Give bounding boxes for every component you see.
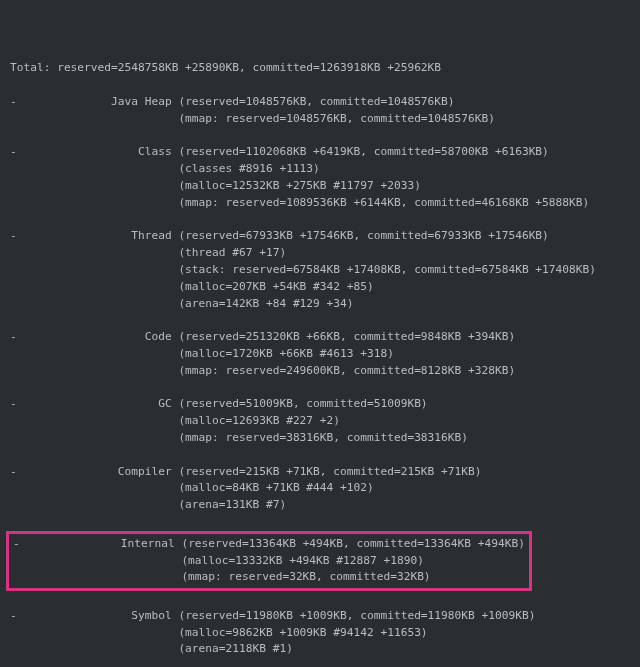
section-header: - Java Heap (reserved=1048576KB, committ… <box>10 94 630 111</box>
section-detail: (mmap: reserved=1089536KB +6144KB, commi… <box>10 195 630 212</box>
section-summary: (reserved=1102068KB +6419KB, committed=5… <box>172 145 549 158</box>
blank-line <box>10 212 630 229</box>
section-detail: (malloc=1720KB +66KB #4613 +318) <box>10 346 630 363</box>
detail-text: (malloc=9862KB +1009KB #94142 +11653) <box>10 626 428 639</box>
section-detail: (malloc=12532KB +275KB #11797 +2033) <box>10 178 630 195</box>
section-summary: (reserved=1048576KB, committed=1048576KB… <box>172 95 455 108</box>
section-label: - Compiler <box>10 465 172 478</box>
section-header: - Class (reserved=1102068KB +6419KB, com… <box>10 144 630 161</box>
section-summary: (reserved=51009KB, committed=51009KB) <box>172 397 428 410</box>
section-detail: (arena=131KB #7) <box>10 497 630 514</box>
nmt-output: Total: reserved=2548758KB +25890KB, comm… <box>10 60 630 667</box>
detail-text: (malloc=13332KB +494KB #12887 +1890) <box>13 554 424 567</box>
section-summary: (reserved=11980KB +1009KB, committed=119… <box>172 609 536 622</box>
section-label: - GC <box>10 397 172 410</box>
blank <box>10 515 17 528</box>
section-detail: (arena=142KB +84 #129 +34) <box>10 296 630 313</box>
detail-text: (mmap: reserved=249600KB, committed=8128… <box>10 364 515 377</box>
detail-text: (mmap: reserved=32KB, committed=32KB) <box>13 570 431 583</box>
section-detail: (malloc=207KB +54KB #342 +85) <box>10 279 630 296</box>
detail-text: (classes #8916 +1113) <box>10 162 320 175</box>
blank-line <box>10 658 630 667</box>
blank-line <box>10 128 630 145</box>
blank <box>10 78 17 91</box>
highlight-box: - Internal (reserved=13364KB +494KB, com… <box>6 531 532 591</box>
detail-text: (malloc=12532KB +275KB #11797 +2033) <box>10 179 421 192</box>
detail-text: (mmap: reserved=1089536KB +6144KB, commi… <box>10 196 589 209</box>
blank-line <box>10 312 630 329</box>
section-detail: (malloc=12693KB #227 +2) <box>10 413 630 430</box>
detail-text: (stack: reserved=67584KB +17408KB, commi… <box>10 263 596 276</box>
blank <box>10 448 17 461</box>
section-header: - GC (reserved=51009KB, committed=51009K… <box>10 396 630 413</box>
detail-text: (mmap: reserved=38316KB, committed=38316… <box>10 431 468 444</box>
section-detail: (thread #67 +17) <box>10 245 630 262</box>
section-detail: (mmap: reserved=1048576KB, committed=104… <box>10 111 630 128</box>
blank-line <box>10 514 630 531</box>
blank-line <box>10 447 630 464</box>
section-detail: (mmap: reserved=249600KB, committed=8128… <box>10 363 630 380</box>
blank-line <box>10 77 630 94</box>
blank-line <box>10 591 630 608</box>
blank-line <box>10 380 630 397</box>
detail-text: (malloc=1720KB +66KB #4613 +318) <box>10 347 394 360</box>
blank <box>10 129 17 142</box>
blank <box>10 592 17 605</box>
section-summary: (reserved=13364KB +494KB, committed=1336… <box>175 537 525 550</box>
section-detail: (malloc=9862KB +1009KB #94142 +11653) <box>10 625 630 642</box>
section-detail: (malloc=13332KB +494KB #12887 +1890) <box>13 553 525 570</box>
section-summary: (reserved=251320KB +66KB, committed=9848… <box>172 330 516 343</box>
section-label: - Internal <box>13 537 175 550</box>
detail-text: (arena=142KB +84 #129 +34) <box>10 297 354 310</box>
detail-text: (malloc=207KB +54KB #342 +85) <box>10 280 374 293</box>
section-summary: (reserved=215KB +71KB, committed=215KB +… <box>172 465 482 478</box>
section-header: - Internal (reserved=13364KB +494KB, com… <box>13 536 525 553</box>
section-detail: (mmap: reserved=38316KB, committed=38316… <box>10 430 630 447</box>
section-summary: (reserved=67933KB +17546KB, committed=67… <box>172 229 549 242</box>
section-header: - Symbol (reserved=11980KB +1009KB, comm… <box>10 608 630 625</box>
section-header: - Thread (reserved=67933KB +17546KB, com… <box>10 228 630 245</box>
section-label: - Symbol <box>10 609 172 622</box>
total-line: Total: reserved=2548758KB +25890KB, comm… <box>10 60 630 77</box>
detail-text: (malloc=12693KB #227 +2) <box>10 414 340 427</box>
section-detail: (arena=2118KB #1) <box>10 641 630 658</box>
detail-text: (arena=131KB #7) <box>10 498 286 511</box>
detail-text: (malloc=84KB +71KB #444 +102) <box>10 481 374 494</box>
section-detail: (mmap: reserved=32KB, committed=32KB) <box>13 569 525 586</box>
detail-text: (mmap: reserved=1048576KB, committed=104… <box>10 112 495 125</box>
blank <box>10 659 17 667</box>
highlighted-internal-section: - Internal (reserved=13364KB +494KB, com… <box>10 531 630 591</box>
section-header: - Code (reserved=251320KB +66KB, committ… <box>10 329 630 346</box>
total-text: Total: reserved=2548758KB +25890KB, comm… <box>10 61 441 74</box>
section-detail: (classes #8916 +1113) <box>10 161 630 178</box>
detail-text: (arena=2118KB #1) <box>10 642 293 655</box>
section-label: - Thread <box>10 229 172 242</box>
section-label: - Java Heap <box>10 95 172 108</box>
section-detail: (malloc=84KB +71KB #444 +102) <box>10 480 630 497</box>
blank <box>10 381 17 394</box>
blank <box>10 213 17 226</box>
section-header: - Compiler (reserved=215KB +71KB, commit… <box>10 464 630 481</box>
section-label: - Code <box>10 330 172 343</box>
detail-text: (thread #67 +17) <box>10 246 286 259</box>
section-detail: (stack: reserved=67584KB +17408KB, commi… <box>10 262 630 279</box>
section-label: - Class <box>10 145 172 158</box>
blank <box>10 313 17 326</box>
